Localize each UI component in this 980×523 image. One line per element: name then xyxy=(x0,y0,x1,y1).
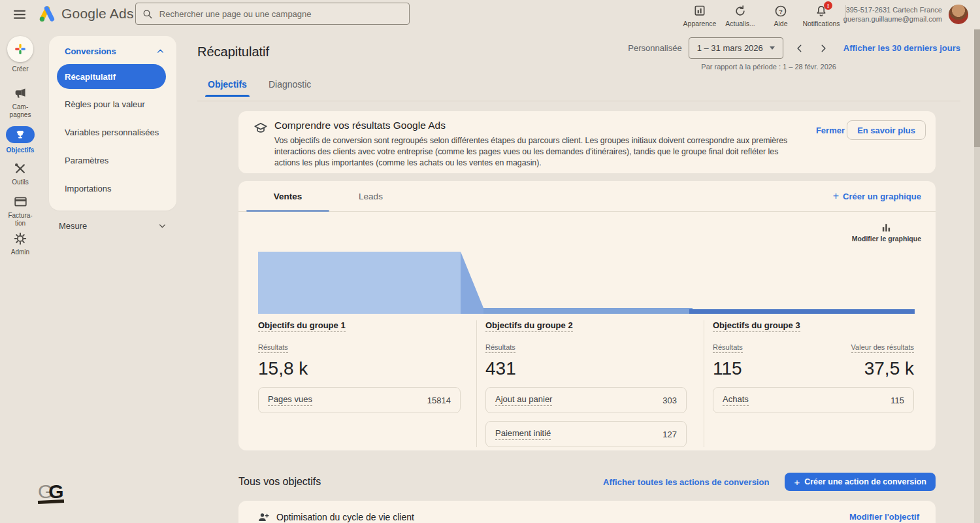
conversion-row-ajout-panier[interactable]: Ajout au panier 303 xyxy=(485,387,687,413)
create-plus-icon xyxy=(14,42,27,56)
tabs-divider xyxy=(197,101,960,101)
account-id: 395-517-2631 Cartech France xyxy=(843,5,942,14)
row-name[interactable]: Ajout au panier xyxy=(495,394,552,406)
tab-diagnostic[interactable]: Diagnostic xyxy=(269,79,311,97)
rail-item-campaigns[interactable]: Cam- pagnes xyxy=(0,86,41,119)
show-last-30-days-link[interactable]: Afficher les 30 derniers jours xyxy=(843,43,960,53)
banner-body: Vos objectifs de conversion sont regroup… xyxy=(274,135,805,169)
mesure-section-header[interactable]: Mesure xyxy=(59,221,167,231)
sidebar-item-summary-label: Récapitulatif xyxy=(65,72,116,82)
edit-chart-button[interactable]: Modifier le graphique xyxy=(852,223,921,243)
group-2-title[interactable]: Objectifs du groupe 2 xyxy=(485,320,573,332)
group-divider xyxy=(704,320,704,447)
rail-create-label: Créer xyxy=(12,65,28,73)
row-name[interactable]: Pages vues xyxy=(268,394,312,406)
refresh-button[interactable]: Actualis... xyxy=(720,2,760,27)
chart-tabs: Ventes Leads xyxy=(238,181,936,212)
learn-more-button[interactable]: En savoir plus xyxy=(847,120,926,140)
sidebar-item-settings[interactable]: Paramètres xyxy=(49,146,176,175)
edit-objective-link[interactable]: Modifier l'objectif xyxy=(849,512,919,522)
sidebar-item-summary[interactable]: Récapitulatif xyxy=(57,64,166,89)
scrollbar-handle[interactable] xyxy=(974,29,980,147)
rail-goals-label: Objectifs xyxy=(7,146,35,154)
topbar: Google Ads Apparence xyxy=(0,0,980,29)
appearance-button[interactable]: Apparence xyxy=(679,2,720,27)
group-3-value-amount: 37,5 k xyxy=(851,358,914,379)
create-conversion-action-button[interactable]: + Créer une action de conversion xyxy=(785,473,936,491)
chevron-right-icon xyxy=(819,44,828,53)
objective-name: Optimisation du cycle de vie client xyxy=(276,512,414,522)
chevron-up-icon xyxy=(156,47,165,56)
watermark-g2: G xyxy=(48,481,63,502)
account-email: guersan.guillaume@gmail.com xyxy=(843,14,942,24)
tab-leads[interactable]: Leads xyxy=(329,181,412,211)
conversion-row-pages-vues[interactable]: Pages vues 15814 xyxy=(258,387,461,413)
google-ads-logo[interactable]: Google Ads xyxy=(38,5,134,23)
show-all-conversions-link[interactable]: Afficher toutes les actions de conversio… xyxy=(603,477,769,487)
sidebar-item-imports[interactable]: Importations xyxy=(49,175,176,203)
brand-name: Google Ads xyxy=(61,6,134,22)
objectives-header: Tous vos objectifs Afficher toutes les a… xyxy=(238,473,936,491)
bar-chart-icon xyxy=(881,223,891,233)
conversions-section-header[interactable]: Conversions xyxy=(49,40,176,63)
date-prev-button[interactable] xyxy=(792,41,807,56)
rail-item-billing[interactable]: Factura- tion xyxy=(0,195,41,228)
sidebar-item-value-rules-label: Règles pour la valeur xyxy=(65,99,145,109)
row-name[interactable]: Paiement initié xyxy=(495,428,551,440)
person-add-icon xyxy=(257,511,269,523)
row-value: 303 xyxy=(662,396,677,405)
chevron-down-icon xyxy=(158,222,167,230)
dismiss-button[interactable]: Fermer xyxy=(816,126,845,135)
row-value: 15814 xyxy=(427,396,451,405)
rail-campaigns-label-2: pagnes xyxy=(10,111,31,119)
main-tabs: Objectifs Diagnostic xyxy=(208,79,311,97)
funnel-chart[interactable] xyxy=(258,252,915,314)
conversion-row-achats[interactable]: Achats 115 xyxy=(713,387,914,413)
sidebar-item-value-rules[interactable]: Règles pour la valeur xyxy=(49,90,176,118)
sidebar-item-custom-variables[interactable]: Variables personnalisées xyxy=(49,118,176,146)
help-button[interactable]: ? Aide xyxy=(760,2,801,27)
dropdown-caret-icon xyxy=(770,46,775,50)
sidebar-item-settings-label: Paramètres xyxy=(65,156,108,165)
refresh-icon xyxy=(734,5,747,18)
conversion-row-paiement-initie[interactable]: Paiement initié 127 xyxy=(485,421,687,447)
tab-ventes[interactable]: Ventes xyxy=(246,181,329,211)
nav-rail: Créer Cam- pagnes Objectifs xyxy=(0,29,41,523)
cards-area: Comprendre vos résultats Google Ads Vos … xyxy=(238,111,936,523)
admin-gear-icon xyxy=(14,232,27,245)
goal-groups: Objectifs du groupe 1 Résultats 15,8 k P… xyxy=(258,320,914,447)
group-3-title[interactable]: Objectifs du groupe 3 xyxy=(713,320,800,332)
notification-badge: ! xyxy=(824,1,832,10)
group-1-title[interactable]: Objectifs du groupe 1 xyxy=(258,320,346,332)
rail-item-admin[interactable]: Admin xyxy=(0,232,41,256)
page-title: Récapitulatif xyxy=(197,44,269,59)
rail-item-tools[interactable]: Outils xyxy=(0,162,41,186)
group-1-results-label[interactable]: Résultats xyxy=(258,343,288,353)
rail-item-create[interactable]: Créer xyxy=(0,36,41,73)
group-3-value-label[interactable]: Valeur des résultats xyxy=(851,343,914,353)
conversions-chart-card: Ventes Leads + Créer un graphique Modifi… xyxy=(238,181,936,450)
svg-text:?: ? xyxy=(779,8,783,15)
menu-icon[interactable] xyxy=(13,8,26,21)
date-range-dropdown[interactable]: 1 – 31 mars 2026 xyxy=(689,37,783,59)
account-info[interactable]: 395-517-2631 Cartech France guersan.guil… xyxy=(843,5,942,24)
group-divider xyxy=(476,320,477,447)
group-3-results-label[interactable]: Résultats xyxy=(713,343,743,353)
help-icon: ? xyxy=(774,5,787,18)
avatar[interactable] xyxy=(949,5,968,24)
google-ads-app: Google Ads Apparence xyxy=(0,0,980,523)
appearance-label: Apparence xyxy=(683,20,717,27)
group-2-results-label[interactable]: Résultats xyxy=(485,343,515,353)
row-name[interactable]: Achats xyxy=(723,394,749,406)
search-input[interactable] xyxy=(158,8,402,20)
tab-objectifs[interactable]: Objectifs xyxy=(208,79,247,97)
notifications-button[interactable]: ! Notifications xyxy=(801,2,841,27)
rail-campaigns-label-1: Cam- xyxy=(12,103,28,111)
create-chart-link[interactable]: + Créer un graphique xyxy=(833,190,921,202)
date-next-button[interactable] xyxy=(816,41,830,56)
goal-group-1: Objectifs du groupe 1 Résultats 15,8 k P… xyxy=(258,320,461,447)
row-value: 127 xyxy=(662,430,677,439)
rail-item-goals[interactable]: Objectifs xyxy=(0,126,41,154)
group-2-results-value: 431 xyxy=(485,358,516,379)
global-search[interactable] xyxy=(135,3,410,25)
